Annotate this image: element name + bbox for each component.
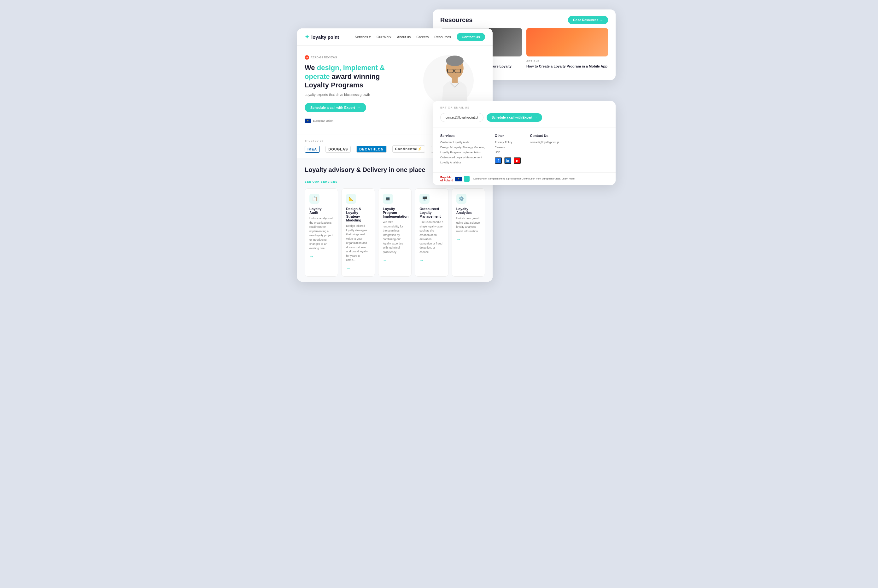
contact-us-button[interactable]: Contact Us xyxy=(457,33,485,41)
hero-cta-button[interactable]: Schedule a call with Expert → xyxy=(305,103,366,112)
phone-image xyxy=(526,28,608,57)
service-icon-2: 💻 xyxy=(383,194,393,204)
service-card-0: 📋 LoyaltyAudit Holistic analysis of the … xyxy=(305,188,338,277)
service-card-3: 🖥️ Outsourced LoyaltyManagement Hire us … xyxy=(415,188,448,277)
service-cards-container: 📋 LoyaltyAudit Holistic analysis of the … xyxy=(305,188,485,277)
service-arrow-0[interactable]: → xyxy=(309,254,314,259)
footer-link-outsourced[interactable]: Outsourced Loyalty Management xyxy=(440,156,485,159)
eu-logos: Republicof Poland ★ xyxy=(440,176,470,182)
svg-rect-5 xyxy=(452,77,458,83)
footer-link-careers[interactable]: Careers xyxy=(495,146,521,149)
contact-email-button[interactable]: contact@loyaltypoint.pl xyxy=(440,113,484,122)
article-badge-1: ARTICLE xyxy=(526,60,608,63)
contact-card: ERT OR EMAIL US contact@loyaltypoint.pl … xyxy=(433,101,616,185)
eu-text: European Union xyxy=(313,119,333,122)
nav-links: Services ▾ Our Work About us Careers Res… xyxy=(355,35,451,39)
service-desc-3: Hire us to handle a single loyalty case,… xyxy=(420,220,443,254)
nav-our-work[interactable]: Our Work xyxy=(376,35,391,39)
service-icon-4: ⚙️ xyxy=(456,194,466,204)
continental-logo: Continental⚡ xyxy=(392,146,426,153)
hero-title: We design, implement &operate award winn… xyxy=(305,63,393,90)
article-card-1: ARTICLE How to Create a Loyalty Program … xyxy=(526,28,608,74)
service-name-3: Outsourced LoyaltyManagement xyxy=(420,207,443,218)
service-arrow-3[interactable]: → xyxy=(420,258,424,263)
resources-title: Resources xyxy=(440,16,472,24)
logo-text: loyalty point xyxy=(311,34,339,40)
eu-flag: ★ xyxy=(455,177,462,182)
logo-icon: ✦ xyxy=(305,33,309,40)
ikea-logo: IKEA xyxy=(305,146,320,153)
svg-point-1 xyxy=(446,56,464,66)
youtube-button[interactable]: ▶ xyxy=(514,157,521,164)
nav-resources[interactable]: Resources xyxy=(434,35,451,39)
contact-actions: contact@loyaltypoint.pl Schedule a call … xyxy=(440,113,608,122)
resources-header: Resources Go to Resources → xyxy=(433,9,616,28)
badge-text: READ G2 REVIEWS xyxy=(311,56,337,59)
douglas-logo: DOUGLAS xyxy=(325,146,351,153)
eu-footer-text: LoyaltyPoint is implementing a project w… xyxy=(473,177,575,180)
service-arrow-2[interactable]: → xyxy=(383,258,387,263)
service-name-0: LoyaltyAudit xyxy=(309,207,333,214)
eu-fund-logo xyxy=(464,176,470,182)
arrow-right-icon: → xyxy=(600,18,603,22)
article-image-1 xyxy=(526,28,608,57)
service-card-1: 📐 Design & LoyaltyStrategy Modeling Desi… xyxy=(341,188,375,277)
logo[interactable]: ✦ loyalty point xyxy=(305,33,339,40)
footer-contact-title: Contact Us xyxy=(530,134,559,138)
service-icon-3: 🖥️ xyxy=(420,194,430,204)
contact-section: ERT OR EMAIL US contact@loyaltypoint.pl … xyxy=(433,101,616,127)
service-desc-2: We take responsibility for the seamless … xyxy=(383,220,407,254)
eu-flag-icon: ★ xyxy=(305,118,311,123)
navbar: ✦ loyalty point Services ▾ Our Work Abou… xyxy=(297,28,493,46)
service-arrow-1[interactable]: → xyxy=(346,266,351,271)
contact-schedule-button[interactable]: Schedule a call with Expert → xyxy=(487,113,542,122)
eu-footer-bar: Republicof Poland ★ LoyaltyPoint is impl… xyxy=(433,172,616,185)
service-desc-0: Holistic analysis of the organization's … xyxy=(309,216,333,250)
footer-social: f in ▶ xyxy=(495,157,521,164)
facebook-button[interactable]: f xyxy=(495,157,502,164)
footer-link-implementation[interactable]: Loyalty Program Implementation xyxy=(440,151,485,154)
republic-poland-logo: Republicof Poland xyxy=(440,176,453,182)
contact-label: ERT OR EMAIL US xyxy=(440,106,608,109)
service-name-4: LoyaltyAnalytics xyxy=(456,207,480,214)
service-desc-1: Design tailored loyalty strategies that … xyxy=(346,224,370,262)
footer-services-title: Services xyxy=(440,134,485,138)
decathlon-logo: DECATHLON xyxy=(357,146,387,153)
service-icon-0: 📋 xyxy=(309,194,319,204)
footer-link-design[interactable]: Design & Loyalty Strategy Modeling xyxy=(440,146,485,149)
g2-icon: G xyxy=(305,55,309,60)
footer-other-col: Other Privacy Policy Careers LDE f in ▶ xyxy=(495,134,521,166)
service-desc-4: Unlock new growth using data science loy… xyxy=(456,216,480,233)
chevron-down-icon: ▾ xyxy=(369,35,371,39)
service-name-1: Design & LoyaltyStrategy Modeling xyxy=(346,207,370,222)
arrow-right-icon: → xyxy=(534,116,537,119)
go-to-resources-button[interactable]: Go to Resources → xyxy=(568,16,608,24)
article-title-1[interactable]: How to Create a Loyalty Program in a Mob… xyxy=(526,64,608,69)
nav-services[interactable]: Services ▾ xyxy=(355,35,371,39)
nav-about-us[interactable]: About us xyxy=(397,35,411,39)
linkedin-button[interactable]: in xyxy=(504,157,511,164)
footer: Services Customer Loyalty Audit Design &… xyxy=(433,127,616,172)
footer-services-col: Services Customer Loyalty Audit Design &… xyxy=(440,134,485,166)
arrow-right-icon: → xyxy=(357,106,361,110)
footer-grid: Services Customer Loyalty Audit Design &… xyxy=(440,134,608,166)
footer-link-privacy[interactable]: Privacy Policy xyxy=(495,141,521,144)
footer-other-title: Other xyxy=(495,134,521,138)
service-arrow-4[interactable]: → xyxy=(456,237,461,242)
footer-contact-col: Contact Us contact@loyaltypoint.pl xyxy=(530,134,559,166)
service-name-2: Loyalty ProgramImplementation xyxy=(383,207,407,218)
footer-contact-email[interactable]: contact@loyaltypoint.pl xyxy=(530,141,559,144)
footer-link-lde[interactable]: LDE xyxy=(495,151,521,154)
nav-careers[interactable]: Careers xyxy=(416,35,429,39)
service-icon-1: 📐 xyxy=(346,194,356,204)
service-card-4: ⚙️ LoyaltyAnalytics Unlock new growth us… xyxy=(452,188,485,277)
footer-link-analytics[interactable]: Loyalty Analytics xyxy=(440,161,485,164)
footer-link-audit[interactable]: Customer Loyalty Audit xyxy=(440,141,485,144)
service-card-2: 💻 Loyalty ProgramImplementation We take … xyxy=(378,188,412,277)
